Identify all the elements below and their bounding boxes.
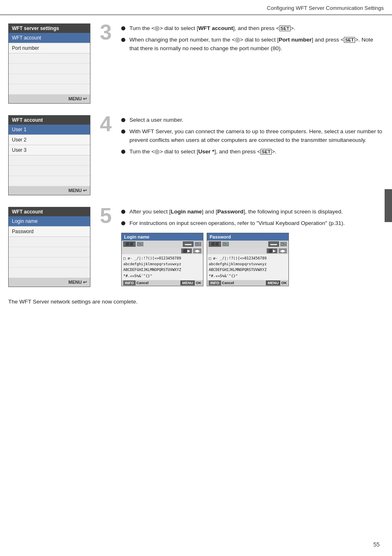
step-4-menu-item-3	[9, 155, 90, 166]
step-3-bullet-1-text: Turn the <◎> dial to select [WFT account…	[129, 24, 384, 32]
password-keyboard-title: Password	[207, 233, 288, 241]
step-5-bullet-list: After you select [Login name] and [Passw…	[121, 208, 384, 228]
step-3-number: 3	[95, 21, 117, 43]
step-5-menu-footer: MENU ↩	[9, 278, 90, 287]
step-5-block: WFT account Login name Password MENU ↩ 5…	[8, 207, 384, 287]
bullet-dot	[121, 150, 125, 154]
step-3-left: WFT server settings WFT account Port num…	[8, 23, 95, 104]
step-5-instructions: After you select [Login name] and [Passw…	[121, 207, 384, 286]
step-5-menu-title: WFT account	[9, 207, 90, 216]
login-name-icon-small-1: 🔊	[137, 242, 143, 246]
step-5-bullet-2-text: For instructions on input screen operati…	[129, 219, 384, 227]
step-5-menu-item-1: Password	[9, 227, 90, 237]
bullet-dot	[121, 118, 125, 122]
step-4-left: WFT account User 1 User 2 User 3 MENU ↩	[8, 115, 95, 195]
step-4-menu-item-0: User 1	[9, 125, 90, 135]
step-3-bullet-2-text: When changing the port number, turn the …	[129, 36, 384, 53]
step-5-menu-item-3	[9, 247, 90, 257]
step-4-menu-item-2: User 3	[9, 145, 90, 155]
login-name-chars: □ ø- _/|:!?()[<>0123456789abcdefghijklmn…	[122, 254, 203, 280]
password-chars: □ ø- _/|:!?()[<>0123456789abcdefghijklmn…	[207, 254, 288, 280]
login-name-keyboard-title: Login name	[122, 233, 203, 241]
step-3-menu-panel: WFT server settings WFT account Port num…	[8, 23, 90, 104]
step-4-menu-item-5	[9, 176, 90, 186]
login-name-icons-row: ⬛⬛ 🔊 ▬▬ 🔊	[122, 241, 203, 248]
step-3-menu-footer: MENU ↩	[9, 95, 90, 103]
bullet-dot	[121, 130, 125, 134]
step-3-instructions: Turn the <◎> dial to select [WFT account…	[121, 23, 384, 56]
step-3-block: WFT server settings WFT account Port num…	[8, 23, 384, 104]
page-header: Configuring WFT Server Communication Set…	[0, 0, 392, 15]
password-delete-btn[interactable]: ⬛▶	[267, 248, 277, 253]
step-4-bullet-1-text: Select a user number.	[129, 116, 384, 124]
step-4-menu-item-1: User 2	[9, 135, 90, 145]
step-4-bullet-3-text: Turn the <◎> dial to select [User *], an…	[129, 148, 384, 156]
step-5-left: WFT account Login name Password MENU ↩	[8, 207, 95, 287]
login-name-icon-btn-1[interactable]: ⬛⬛	[123, 241, 136, 247]
password-keyboard: Password ⬛⬛ 🔊 ▬▬ 🔊 ⬛▶ ◀▶ □ ø- _/|:!?()[<…	[207, 233, 289, 287]
step-4-bullet-3: Turn the <◎> dial to select [User *], an…	[121, 148, 384, 156]
login-name-footer: INFO Cancel MENU OK	[122, 280, 203, 286]
step-4-bullet-2-text: With WFT Server, you can connect the cam…	[129, 127, 384, 144]
login-name-icon-small-2: 🔊	[195, 242, 201, 246]
password-nav-btn[interactable]: ◀▶	[279, 248, 287, 253]
bullet-dot	[121, 38, 125, 42]
step-5-menu-item-2	[9, 237, 90, 247]
step-4-menu-item-4	[9, 166, 90, 176]
password-icon-btn-2[interactable]: ▬▬	[268, 241, 279, 247]
login-name-cancel[interactable]: INFO Cancel	[123, 281, 149, 285]
login-name-icon-btn-2[interactable]: ▬▬	[183, 241, 194, 247]
step-3-bullet-1: Turn the <◎> dial to select [WFT account…	[121, 24, 384, 32]
step-5-bullet-1: After you select [Login name] and [Passw…	[121, 208, 384, 216]
password-icon-small-2: 🔊	[280, 242, 287, 246]
step-4-menu-title: WFT account	[9, 116, 90, 125]
step-3-menu-item-0: WFT account	[9, 33, 90, 43]
bullet-dot	[121, 221, 125, 225]
step-5-bullet-1-text: After you select [Login name] and [Passw…	[129, 208, 384, 216]
page-number: 55	[373, 541, 380, 548]
step-3-menu-item-2	[9, 53, 90, 64]
margin-tab	[385, 189, 392, 222]
step-4-number: 4	[95, 113, 117, 134]
step-3-menu-item-3	[9, 64, 90, 74]
step-5-menu-item-4	[9, 257, 90, 268]
login-name-keyboard: Login name ⬛⬛ 🔊 ▬▬ 🔊 ⬛▶ ◀▶ □ ø- _/|:!?()…	[121, 233, 203, 287]
step-4-bullet-2: With WFT Server, you can connect the cam…	[121, 127, 384, 144]
main-content: WFT server settings WFT account Port num…	[0, 15, 392, 321]
password-icon-btn-1[interactable]: ⬛⬛	[209, 241, 221, 247]
step-3-bullet-2: When changing the port number, turn the …	[121, 36, 384, 53]
step-5-menu-item-5	[9, 268, 90, 278]
bullet-dot	[121, 210, 125, 214]
keyboard-panels: Login name ⬛⬛ 🔊 ▬▬ 🔊 ⬛▶ ◀▶ □ ø- _/|:!?()…	[121, 233, 384, 287]
step-4-bullet-1: Select a user number.	[121, 116, 384, 124]
login-name-ok[interactable]: MENU OK	[180, 281, 201, 285]
step-5-menu-panel: WFT account Login name Password MENU ↩	[8, 207, 90, 287]
step-5-menu-item-0: Login name	[9, 216, 90, 227]
step-3-menu-item-4	[9, 74, 90, 84]
password-ok[interactable]: MENU OK	[266, 281, 287, 285]
step-4-instructions: Select a user number. With WFT Server, y…	[121, 115, 384, 159]
step-4-menu-panel: WFT account User 1 User 2 User 3 MENU ↩	[8, 115, 90, 195]
login-name-delete-btn[interactable]: ⬛▶	[181, 248, 192, 253]
header-title: Configuring WFT Server Communication Set…	[267, 5, 384, 11]
step-4-menu-footer: MENU ↩	[9, 186, 90, 195]
step-3-menu-item-5	[9, 84, 90, 95]
password-cancel[interactable]: INFO Cancel	[209, 281, 234, 285]
step-4-block: WFT account User 1 User 2 User 3 MENU ↩ …	[8, 115, 384, 195]
step-3-bullet-list: Turn the <◎> dial to select [WFT account…	[121, 24, 384, 53]
login-name-nav-btn[interactable]: ◀▶	[193, 248, 201, 253]
login-name-cursor-row: ⬛▶ ◀▶	[122, 248, 203, 254]
step-4-bullet-list: Select a user number. With WFT Server, y…	[121, 116, 384, 156]
step-5-number: 5	[95, 205, 117, 226]
password-cursor-row: ⬛▶ ◀▶	[207, 248, 288, 254]
password-icons-row: ⬛⬛ 🔊 ▬▬ 🔊	[207, 241, 288, 248]
password-icon-small-1: 🔊	[222, 242, 229, 246]
step-3-menu-item-1: Port number	[9, 43, 90, 53]
bullet-dot	[121, 26, 125, 30]
step-3-menu-title: WFT server settings	[9, 24, 90, 33]
completion-text: The WFT Server network settings are now …	[8, 299, 384, 305]
password-footer: INFO Cancel MENU OK	[207, 280, 288, 286]
step-5-bullet-2: For instructions on input screen operati…	[121, 219, 384, 227]
